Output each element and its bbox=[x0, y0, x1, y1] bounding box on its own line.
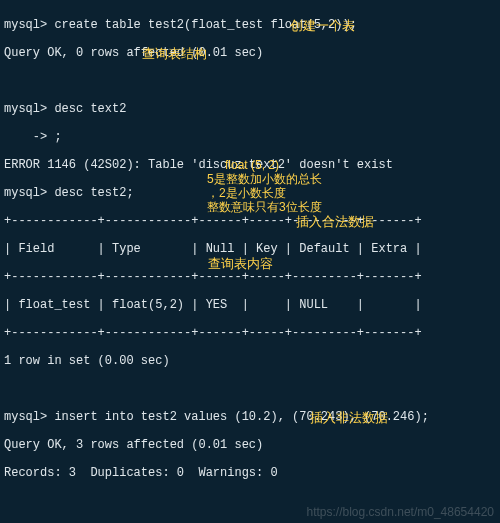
result-line: Query OK, 3 rows affected (0.01 sec) bbox=[4, 438, 500, 452]
result-line: 1 row in set (0.00 sec) bbox=[4, 354, 500, 368]
table-header: | Field | Type | Null | Key | Default | … bbox=[4, 242, 500, 256]
blank-line bbox=[4, 74, 500, 88]
annotation-insert-bad: 插入非法数据 bbox=[310, 410, 388, 426]
annotation-create-table: 创建一个表 bbox=[290, 18, 355, 34]
annotation-float-note3: 整数意味只有3位长度 bbox=[207, 200, 322, 214]
table-row: | float_test | float(5,2) | YES | | NULL… bbox=[4, 298, 500, 312]
sql-line: mysql> create table test2(float_test flo… bbox=[4, 18, 500, 32]
result-line: Query OK, 0 rows affected (0.01 sec) bbox=[4, 46, 500, 60]
sql-line: mysql> desc text2 bbox=[4, 102, 500, 116]
table-border: +------------+------------+------+-----+… bbox=[4, 270, 500, 284]
table-border: +------------+------------+------+-----+… bbox=[4, 326, 500, 340]
result-line: Records: 3 Duplicates: 0 Warnings: 0 bbox=[4, 466, 500, 480]
continuation-line: -> ; bbox=[4, 130, 500, 144]
annotation-insert-ok: 插入合法数据 bbox=[296, 214, 374, 230]
annotation-float-note1: 5是整数加小数的总长 bbox=[207, 172, 322, 186]
annotation-desc-struct: 查询表结构 bbox=[142, 46, 207, 62]
annotation-select-all: 查询表内容 bbox=[208, 256, 273, 272]
watermark: https://blog.csdn.net/m0_48654420 bbox=[307, 505, 494, 519]
blank-line bbox=[4, 382, 500, 396]
table-border: +------------+------------+------+-----+… bbox=[4, 214, 500, 228]
sql-line: mysql> insert into test2 values (10.2), … bbox=[4, 410, 500, 424]
annotation-float-note2: ，2是小数长度 bbox=[207, 186, 286, 200]
annotation-float-spec: float (5, 2) bbox=[225, 158, 279, 172]
